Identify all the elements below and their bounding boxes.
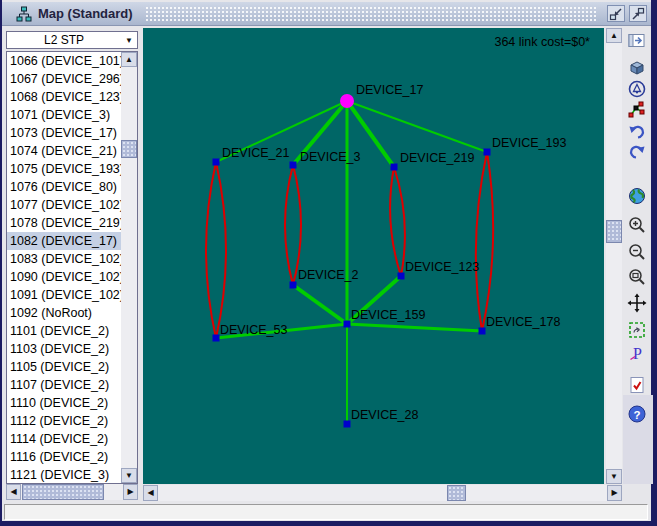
select-region-button[interactable]: [626, 319, 648, 341]
redo-icon: [627, 142, 647, 162]
list-item[interactable]: 1103 (DEVICE_2): [7, 340, 121, 358]
validate-report-button[interactable]: [626, 374, 648, 396]
list-vscrollbar[interactable]: ▲ ▼: [121, 52, 137, 483]
help-button[interactable]: ?: [626, 403, 648, 425]
pan-icon: [627, 293, 647, 313]
maximize-button[interactable]: [629, 5, 647, 22]
scroll-up-button[interactable]: ▲: [606, 28, 622, 43]
node-DEVICE_3[interactable]: [290, 162, 297, 169]
edge-DEVICE_2-DEVICE_159[interactable]: [293, 285, 347, 324]
list-item[interactable]: 1112 (DEVICE_2): [7, 412, 121, 430]
redo-button[interactable]: [626, 141, 648, 163]
map-hscroll-thumb[interactable]: [447, 485, 466, 501]
list-item[interactable]: 1073 (DEVICE_17): [7, 124, 121, 142]
list-item[interactable]: 1082 (DEVICE_17): [7, 232, 121, 250]
layer-select[interactable]: L2 STP ▼: [6, 31, 138, 49]
edge-DEVICE_193-DEVICE_178[interactable]: [476, 152, 487, 331]
node-DEVICE_123[interactable]: [398, 273, 405, 280]
node-label-DEVICE_17: DEVICE_17: [356, 83, 423, 97]
node-label-DEVICE_123: DEVICE_123: [405, 260, 479, 274]
scroll-left-button[interactable]: ◀: [143, 485, 158, 501]
list-item[interactable]: 1066 (DEVICE_101): [7, 52, 121, 70]
scroll-right-button[interactable]: ▶: [123, 484, 138, 500]
list-item[interactable]: 1110 (DEVICE_2): [7, 394, 121, 412]
list-item[interactable]: 1067 (DEVICE_296): [7, 70, 121, 88]
overlay-mode-button[interactable]: [626, 78, 648, 100]
validate-report-icon: [627, 375, 647, 395]
node-label-DEVICE_219: DEVICE_219: [400, 151, 474, 165]
globe-view-button[interactable]: [626, 185, 648, 207]
map-vscrollbar[interactable]: ▲ ▼: [606, 28, 622, 484]
node-DEVICE_178[interactable]: [479, 328, 486, 335]
maximize-icon: [630, 6, 646, 22]
node-DEVICE_193[interactable]: [484, 149, 491, 156]
list-vscroll-track[interactable]: [121, 67, 137, 468]
node-label-DEVICE_53: DEVICE_53: [220, 323, 287, 337]
edge-DEVICE_21-DEVICE_53[interactable]: [206, 162, 216, 338]
scroll-up-button[interactable]: ▲: [121, 52, 137, 67]
map-canvas[interactable]: DEVICE_17DEVICE_21DEVICE_3DEVICE_219DEVI…: [143, 28, 604, 484]
zoom-in-button[interactable]: [626, 214, 648, 236]
list-hscrollbar[interactable]: ◀ ▶: [6, 484, 138, 500]
node-DEVICE_53[interactable]: [213, 335, 220, 342]
scroll-left-button[interactable]: ◀: [6, 484, 21, 500]
list-item[interactable]: 1105 (DEVICE_2): [7, 358, 121, 376]
node-DEVICE_219[interactable]: [391, 164, 398, 171]
list-item[interactable]: 1116 (DEVICE_2): [7, 448, 121, 466]
scroll-down-button[interactable]: ▼: [606, 469, 622, 484]
undo-button[interactable]: [626, 121, 648, 143]
map-viewport[interactable]: DEVICE_17DEVICE_21DEVICE_3DEVICE_219DEVI…: [143, 28, 604, 484]
list-vscroll-thumb[interactable]: [121, 140, 137, 158]
scroll-right-button[interactable]: ▶: [607, 485, 622, 501]
edge-DEVICE_21-DEVICE_53[interactable]: [216, 162, 226, 338]
list-item[interactable]: 1091 (DEVICE_102): [7, 286, 121, 304]
topology-links-button[interactable]: [626, 99, 648, 121]
zoom-out-button[interactable]: [626, 241, 648, 263]
restore-button[interactable]: [607, 5, 625, 22]
edge-DEVICE_3-DEVICE_2[interactable]: [293, 165, 301, 285]
edge-DEVICE_193-DEVICE_178[interactable]: [482, 152, 493, 331]
list-item[interactable]: 1074 (DEVICE_21): [7, 142, 121, 160]
zoom-region-icon: [627, 267, 647, 287]
list-hscroll-thumb[interactable]: [22, 484, 104, 500]
map-hscroll-track[interactable]: [158, 485, 607, 501]
list-item[interactable]: 1071 (DEVICE_3): [7, 106, 121, 124]
node-DEVICE_21[interactable]: [213, 159, 220, 166]
list-item[interactable]: 1092 (NoRoot): [7, 304, 121, 322]
overlay-mode-icon: [627, 79, 647, 99]
list-item[interactable]: 1090 (DEVICE_102): [7, 268, 121, 286]
map-vscroll-thumb[interactable]: [606, 220, 622, 243]
toggle-list-panel-button[interactable]: [626, 30, 648, 52]
list-item[interactable]: 1068 (DEVICE_123): [7, 88, 121, 106]
list-item[interactable]: 1101 (DEVICE_2): [7, 322, 121, 340]
select-region-icon: [627, 320, 647, 340]
scroll-down-button[interactable]: ▼: [121, 468, 137, 483]
list-item[interactable]: 1121 (DEVICE_3): [7, 466, 121, 483]
node-DEVICE_2[interactable]: [290, 282, 297, 289]
zoom-region-button[interactable]: [626, 266, 648, 288]
titlebar[interactable]: Map (Standard): [2, 2, 651, 26]
map-hscrollbar[interactable]: ◀ ▶: [143, 485, 622, 501]
edge-DEVICE_3-DEVICE_2[interactable]: [285, 165, 293, 285]
node-DEVICE_159[interactable]: [344, 321, 351, 328]
list-item[interactable]: 1083 (DEVICE_102): [7, 250, 121, 268]
zoom-in-icon: [627, 215, 647, 235]
chevron-down-icon: ▼: [121, 36, 137, 45]
package-3d-button[interactable]: [626, 57, 648, 79]
list-item[interactable]: 1114 (DEVICE_2): [7, 430, 121, 448]
list-item[interactable]: 1078 (DEVICE_219): [7, 214, 121, 232]
network-map-icon: [16, 6, 32, 22]
pan-button[interactable]: [626, 292, 648, 314]
map-vscroll-track[interactable]: [606, 43, 622, 469]
list-hscroll-track[interactable]: [21, 484, 123, 500]
list-item[interactable]: 1075 (DEVICE_193): [7, 160, 121, 178]
node-label-DEVICE_193: DEVICE_193: [492, 136, 566, 150]
list-item[interactable]: 1076 (DEVICE_80): [7, 178, 121, 196]
node-DEVICE_28[interactable]: [344, 421, 351, 428]
list-item[interactable]: 1107 (DEVICE_2): [7, 376, 121, 394]
list-item[interactable]: 1077 (DEVICE_102): [7, 196, 121, 214]
edge-DEVICE_17-DEVICE_193[interactable]: [347, 101, 487, 152]
edge-DEVICE_159-DEVICE_178[interactable]: [347, 324, 482, 331]
print-p-button[interactable]: P: [626, 342, 648, 364]
node-DEVICE_17[interactable]: [340, 94, 354, 108]
